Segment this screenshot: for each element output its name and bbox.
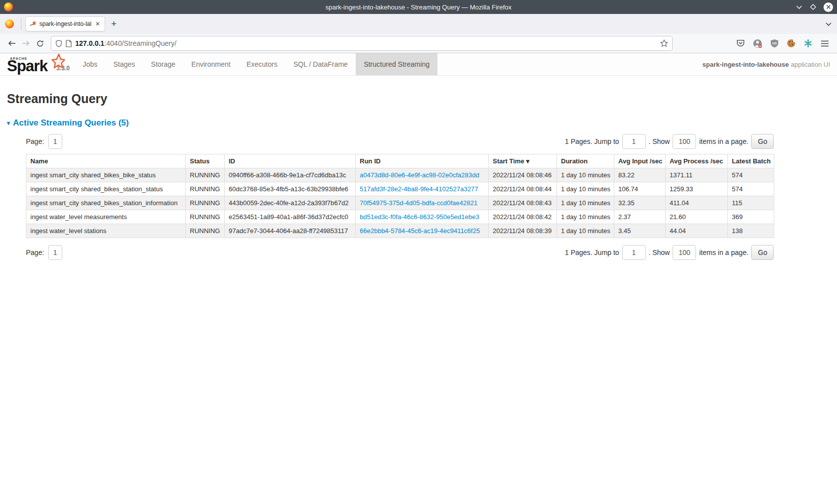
cell-status: RUNNING <box>186 182 225 196</box>
url-host: 127.0.0.1 <box>75 39 104 47</box>
cell-id: e2563451-1a89-40a1-a86f-36d37d2ecfc0 <box>225 210 356 224</box>
run-id-link[interactable]: 70f54975-375d-4d05-bdfa-ccd0fae42821 <box>360 199 477 207</box>
tab-close-icon[interactable]: ✕ <box>94 20 101 27</box>
page-size-input[interactable] <box>673 245 696 260</box>
jump-to-input[interactable] <box>622 245 646 260</box>
cell-avg-process: 1259.33 <box>666 182 728 196</box>
page-title: Streaming Query <box>7 92 830 106</box>
spark-tab-jobs[interactable]: Jobs <box>75 53 106 75</box>
page-number-input[interactable] <box>48 134 62 149</box>
section-title: Active Streaming Queries (5) <box>13 118 129 128</box>
tab-strip: spark-ingest-into-lakehous ✕ + <box>0 14 837 34</box>
cell-run-id: a0473d8d-80e6-4e9f-ac98-02e0cfa283dd <box>356 168 489 182</box>
spark-wordmark: Spark <box>7 59 47 73</box>
firefox-view-icon[interactable] <box>5 19 14 28</box>
asterisk-extension-icon[interactable] <box>804 39 813 48</box>
page-info-icon[interactable] <box>66 40 72 47</box>
spark-tab-sql-dataframe[interactable]: SQL / DataFrame <box>285 53 356 75</box>
back-icon[interactable] <box>5 36 19 50</box>
column-header-avg-process[interactable]: Avg Process /sec <box>666 154 728 168</box>
new-tab-button[interactable]: + <box>111 18 117 29</box>
spark-favicon <box>29 20 36 27</box>
cell-id: 443b0059-2dec-40fe-a12d-2a393f7b67d2 <box>225 196 356 210</box>
cell-start-time: 2022/11/24 08:08:42 <box>489 210 557 224</box>
pages-jump-text: 1 Pages. Jump to <box>565 249 619 256</box>
run-id-link[interactable]: bd51ed3c-f0fa-46c6-8632-950e5ed1ebe3 <box>360 213 479 221</box>
cell-latest-batch: 138 <box>728 224 774 238</box>
run-id-link[interactable]: a0473d8d-80e6-4e9f-ac98-02e0cfa283dd <box>360 171 479 179</box>
cell-latest-batch: 369 <box>728 210 774 224</box>
column-header-duration[interactable]: Duration <box>557 154 614 168</box>
table-row: ingest smart_city shared_bikes_station_i… <box>26 196 774 210</box>
spark-tab-environment[interactable]: Environment <box>183 53 239 75</box>
spark-tab-executors[interactable]: Executors <box>239 53 285 75</box>
page-number-input[interactable] <box>48 245 62 260</box>
forward-icon[interactable] <box>19 36 33 50</box>
cookie-icon[interactable] <box>787 39 796 48</box>
column-header-run-id[interactable]: Run ID <box>356 154 489 168</box>
table-row: ingest smart_city shared_bikes_station_s… <box>26 182 774 196</box>
spark-nav: JobsStagesStorageEnvironmentExecutorsSQL… <box>75 53 438 75</box>
spark-tab-stages[interactable]: Stages <box>105 53 143 75</box>
cell-avg-input: 32.35 <box>614 196 666 210</box>
cell-status: RUNNING <box>186 196 225 210</box>
shield-icon[interactable] <box>55 40 62 47</box>
ublock-shield-icon[interactable]: UD <box>770 39 779 48</box>
reload-icon[interactable] <box>33 36 47 50</box>
jump-to-input[interactable] <box>622 134 646 149</box>
page-size-input[interactable] <box>673 134 696 149</box>
column-header-latest-batch[interactable]: Latest Batch <box>728 154 774 168</box>
table-header-row: NameStatusIDRun IDStart Time ▾DurationAv… <box>26 154 774 168</box>
cell-latest-batch: 574 <box>728 182 774 196</box>
query-table-body: ingest smart_city shared_bikes_bike_stat… <box>26 168 774 238</box>
pocket-icon[interactable] <box>736 39 745 47</box>
cell-run-id: bd51ed3c-f0fa-46c6-8632-950e5ed1ebe3 <box>356 210 489 224</box>
cell-latest-batch: 115 <box>728 196 774 210</box>
cell-start-time: 2022/11/24 08:08:44 <box>489 182 557 196</box>
streaming-query-table: NameStatusIDRun IDStart Time ▾DurationAv… <box>26 154 774 238</box>
cell-avg-process: 411.04 <box>666 196 728 210</box>
cell-id: 97adc7e7-3044-4064-aa28-ff7249853117 <box>225 224 356 238</box>
list-tabs-icon[interactable] <box>825 19 832 28</box>
close-button[interactable] <box>824 2 833 12</box>
cell-name: ingest water_level measurements <box>26 210 186 224</box>
go-button[interactable]: Go <box>751 245 774 260</box>
column-header-status[interactable]: Status <box>186 154 225 168</box>
column-header-id[interactable]: ID <box>225 154 356 168</box>
svg-text:UD: UD <box>772 41 777 45</box>
table-row: ingest smart_city shared_bikes_bike_stat… <box>26 168 774 182</box>
cell-avg-input: 2.37 <box>614 210 666 224</box>
cell-duration: 1 day 10 minutes <box>557 224 614 238</box>
privacy-extension-icon[interactable] <box>753 39 762 48</box>
spark-tab-structured-streaming[interactable]: Structured Streaming <box>356 53 437 75</box>
cell-run-id: 517afd3f-28e2-4ba8-9fe4-4102527a3277 <box>356 182 489 196</box>
url-text[interactable]: 127.0.0.1:4040/StreamingQuery/ <box>75 39 657 47</box>
maximize-button[interactable] <box>810 3 817 10</box>
menu-hamburger-icon[interactable] <box>821 40 829 47</box>
cell-name: ingest water_level stations <box>26 224 186 238</box>
cell-duration: 1 day 10 minutes <box>557 168 614 182</box>
page-label: Page: <box>26 137 44 145</box>
show-text: . Show <box>649 249 670 256</box>
spark-tab-storage[interactable]: Storage <box>143 53 183 75</box>
app-name: spark-ingest-into-lakehouse <box>702 61 789 68</box>
column-header-start-time[interactable]: Start Time ▾ <box>489 154 557 168</box>
app-ui-label: spark-ingest-into-lakehouse application … <box>702 53 837 75</box>
column-header-avg-input[interactable]: Avg Input /sec <box>614 154 666 168</box>
cell-run-id: 70f54975-375d-4d05-bdfa-ccd0fae42821 <box>356 196 489 210</box>
cell-avg-input: 106.74 <box>614 182 666 196</box>
url-path: :4040/StreamingQuery/ <box>104 39 176 47</box>
active-queries-toggle[interactable]: ▾ Active Streaming Queries (5) <box>7 118 830 128</box>
run-id-link[interactable]: 517afd3f-28e2-4ba8-9fe4-4102527a3277 <box>360 185 478 193</box>
minimize-button[interactable] <box>796 4 803 9</box>
cell-start-time: 2022/11/24 08:08:46 <box>489 168 557 182</box>
column-header-name[interactable]: Name <box>26 154 186 168</box>
firefox-icon <box>4 2 13 11</box>
browser-tab-active[interactable]: spark-ingest-into-lakehous ✕ <box>25 16 105 31</box>
bookmark-star-icon[interactable] <box>660 39 668 47</box>
go-button[interactable]: Go <box>751 134 774 149</box>
cell-id: 0940ff66-a308-466b-9e1a-cf7cd6dba13c <box>225 168 356 182</box>
url-bar[interactable]: 127.0.0.1:4040/StreamingQuery/ <box>51 36 673 51</box>
spark-star-icon <box>48 54 65 71</box>
run-id-link[interactable]: 66e2bbb4-5784-45c6-ac19-4ec9411c6f25 <box>360 227 480 235</box>
